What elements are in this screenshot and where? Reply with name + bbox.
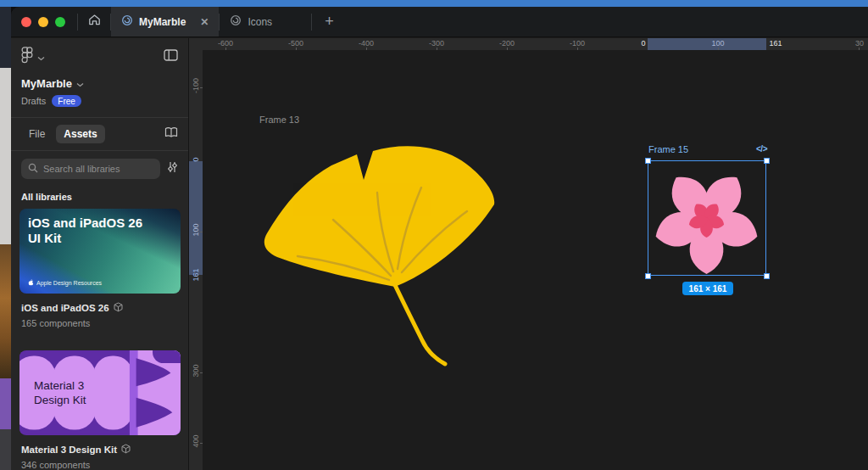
home-icon xyxy=(87,13,102,31)
ruler-tick xyxy=(437,48,437,50)
search-box[interactable] xyxy=(21,159,160,179)
zoom-window-button[interactable] xyxy=(55,17,65,27)
figma-logo-icon[interactable] xyxy=(21,47,33,67)
tab-label: Icons xyxy=(248,16,272,28)
canvas[interactable]: -600 -500 -400 -300 -200 -100 0 100 161 … xyxy=(189,38,868,470)
library-card-title: Material 3 Design Kit xyxy=(34,379,86,408)
ruler-tick-label: 161 xyxy=(769,39,782,48)
toggle-sidebar-icon[interactable] xyxy=(164,49,178,64)
ruler-tick-label: 300 xyxy=(192,354,200,388)
backdrop-band xyxy=(0,68,11,244)
filter-icon[interactable] xyxy=(167,161,178,176)
library-list: iOS and iPadOS 26 UI Kit Apple Design Re… xyxy=(11,207,188,470)
flower-graphic[interactable] xyxy=(648,161,765,274)
backdrop-band xyxy=(0,378,11,429)
selection-handle-se[interactable] xyxy=(764,273,770,279)
chevron-down-icon[interactable] xyxy=(37,49,45,64)
ruler-tick-label: 30 xyxy=(855,39,864,48)
ruler-tick xyxy=(507,48,508,50)
selection-size-badge: 161 × 161 xyxy=(682,282,734,295)
minimize-window-button[interactable] xyxy=(38,17,48,27)
ruler-tick xyxy=(296,48,297,50)
frame-15-label[interactable]: Frame 15 xyxy=(648,144,688,154)
project-location: Drafts xyxy=(21,96,46,106)
library-meta: iOS and iPadOS 26 165 components xyxy=(19,294,180,339)
ruler-tick-label: 100 xyxy=(192,213,200,247)
plan-badge: Free xyxy=(52,95,81,107)
ruler-tick-label: -200 xyxy=(499,39,515,48)
library-name[interactable]: Material 3 Design Kit xyxy=(21,445,117,455)
ruler-tick xyxy=(859,48,860,50)
ruler-tick xyxy=(577,48,578,50)
backdrop-band xyxy=(0,429,11,470)
close-tab-icon[interactable]: ✕ xyxy=(200,16,209,28)
library-card-title: iOS and iPadOS 26 UI Kit xyxy=(28,215,142,246)
ruler-tick xyxy=(366,48,367,50)
backdrop-band xyxy=(0,244,11,378)
close-window-button[interactable] xyxy=(21,17,31,27)
library-card-ios[interactable]: iOS and iPadOS 26 UI Kit Apple Design Re… xyxy=(19,209,181,294)
tab-assets[interactable]: Assets xyxy=(56,125,104,143)
desktop-top-strip xyxy=(0,0,868,7)
library-name[interactable]: iOS and iPadOS 26 xyxy=(21,303,109,313)
vertical-ruler[interactable]: -100 0 100 161 300 400 xyxy=(189,50,203,470)
design-file-icon xyxy=(230,14,242,29)
ruler-tick xyxy=(200,443,203,444)
tab-mymarble[interactable]: MyMarble ✕ xyxy=(111,7,219,36)
tab-file[interactable]: File xyxy=(21,125,53,143)
traffic-lights xyxy=(11,7,77,36)
ruler-tick-label: 0 xyxy=(192,143,200,176)
home-button[interactable] xyxy=(78,7,110,36)
desktop-backdrop xyxy=(0,7,11,470)
left-sidebar: MyMarble Drafts Free File Assets xyxy=(11,38,189,470)
ruler-tick-label: 100 xyxy=(711,39,724,48)
selection-box[interactable] xyxy=(648,160,766,276)
new-tab-button[interactable]: + xyxy=(312,7,346,36)
ruler-tick-label: -400 xyxy=(359,39,374,48)
ginkgo-leaf-graphic[interactable] xyxy=(248,140,520,394)
window-tab-bar: MyMarble ✕ Icons + xyxy=(11,7,868,37)
chevron-down-icon[interactable] xyxy=(76,76,84,91)
frame-13-label[interactable]: Frame 13 xyxy=(259,115,299,125)
selection-handle-ne[interactable] xyxy=(764,158,770,164)
project-name[interactable]: MyMarble xyxy=(21,77,72,90)
sidebar-nav: File Assets xyxy=(11,118,188,150)
dev-mode-code-icon[interactable]: </> xyxy=(756,144,767,154)
ruler-tick-label: -600 xyxy=(218,39,233,48)
selection-handle-nw[interactable] xyxy=(645,158,651,164)
search-row xyxy=(11,151,188,185)
ruler-tick-label: -100 xyxy=(192,69,200,103)
ruler-tick-label: -300 xyxy=(429,39,444,48)
library-component-count: 346 components xyxy=(21,460,178,470)
frame-15: Frame 15 </> xyxy=(648,143,768,295)
apple-icon xyxy=(28,279,34,287)
design-file-icon xyxy=(121,14,133,29)
library-meta: Material 3 Design Kit 346 components xyxy=(19,435,180,470)
ruler-tick xyxy=(200,87,203,88)
tab-label: MyMarble xyxy=(139,16,186,28)
ruler-tick xyxy=(200,372,203,373)
ruler-tick xyxy=(200,232,203,232)
library-card-badge: Apple Design Resources xyxy=(28,279,102,287)
selection-handle-sw[interactable] xyxy=(645,273,651,279)
ruler-tick-label: 400 xyxy=(192,424,200,458)
sidebar-header: MyMarble Drafts Free xyxy=(11,38,188,117)
section-title: All libraries xyxy=(11,185,188,207)
ruler-tick xyxy=(718,48,719,50)
library-package-icon xyxy=(114,300,123,316)
ruler-tick-label: -100 xyxy=(570,39,585,48)
library-component-count: 165 components xyxy=(21,318,178,339)
library-package-icon xyxy=(121,442,131,457)
library-book-icon[interactable] xyxy=(164,126,178,142)
horizontal-ruler[interactable]: -600 -500 -400 -300 -200 -100 0 100 161 … xyxy=(189,38,868,50)
tab-icons[interactable]: Icons xyxy=(220,7,311,36)
ruler-selection-highlight xyxy=(648,38,766,50)
backdrop-band xyxy=(0,7,11,68)
ruler-tick xyxy=(225,48,226,50)
search-input[interactable] xyxy=(43,164,153,174)
ruler-tick-label: -500 xyxy=(288,39,303,48)
ruler-tick-label: 161 xyxy=(192,258,200,292)
library-card-material[interactable]: Material 3 Design Kit xyxy=(19,350,181,435)
figma-window: MyMarble ✕ Icons + xyxy=(11,7,868,470)
ruler-tick-label: 0 xyxy=(641,39,645,48)
